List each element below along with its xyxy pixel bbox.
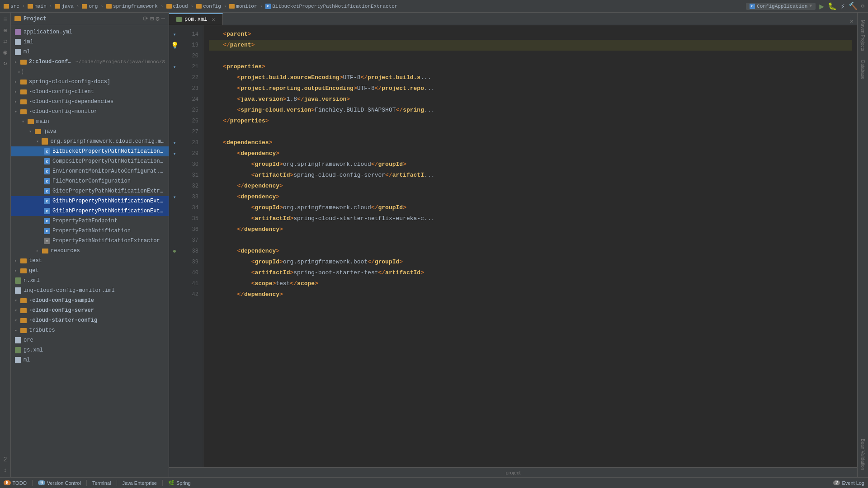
- database-panel-btn[interactable]: Database: [859, 56, 866, 83]
- build-button[interactable]: 🔨: [849, 2, 858, 11]
- tree-item-main[interactable]: ▾ main: [11, 117, 169, 127]
- tree-item-ml[interactable]: ml: [11, 47, 169, 57]
- tree-item-notification-class[interactable]: C PropertyPathNotification: [11, 226, 169, 236]
- spring-status[interactable]: 🌿 Spring: [168, 480, 191, 486]
- left-icon-4[interactable]: ◉: [0, 47, 10, 57]
- more-options-button[interactable]: ⚙: [861, 3, 864, 9]
- code-line-37: [209, 235, 852, 246]
- config-selector[interactable]: C ConfigApplication ▼: [746, 3, 816, 10]
- tree-item-file-monitor-class[interactable]: C FileMonitorConfiguration: [11, 176, 169, 186]
- code-line-20: [209, 51, 852, 61]
- main-area: ≡ ⊕ ⇄ ◉ ↻ 2 ↕ Project ⟳ ⊞ ⚙ — applicatio…: [0, 13, 868, 477]
- code-line-35: <artifactId>spring-cloud-starter-netflix…: [209, 213, 852, 224]
- tab-pom-xml[interactable]: pom.xml ✕: [169, 13, 223, 25]
- code-editor[interactable]: <parent> </parent> <properties> <project…: [203, 25, 857, 467]
- tree-item-get[interactable]: ▸ get: [11, 266, 169, 276]
- gitlab-class-icon: C: [44, 208, 50, 214]
- profile-button[interactable]: ⚡: [840, 2, 845, 11]
- event-log-status[interactable]: 2 Event Log: [833, 480, 864, 486]
- tree-item-gitlab-class[interactable]: C GitlabPropertyPathNotificationExtra...: [11, 206, 169, 216]
- left-icon-3[interactable]: ⇄: [0, 36, 10, 46]
- editor-content: ▾ 💡 ▾ ▾ ▾ ▾ ●: [169, 25, 857, 467]
- editor-tabs: pom.xml ✕ ✕: [169, 13, 857, 25]
- code-line-32: </dependency>: [209, 181, 852, 192]
- tree-item-ore[interactable]: ore: [11, 335, 169, 345]
- tree-item-gitee-class[interactable]: C GiteePropertyPathNotificationExtrac...: [11, 186, 169, 196]
- tree-item-cloud-config[interactable]: ▸ 2:cloud-config ~/code/myProjects/java/…: [11, 57, 169, 67]
- tree-item-bitbucket-class[interactable]: C BitbucketPropertyPathNotificationE...: [11, 146, 169, 156]
- tree-item-cloud-config-client[interactable]: ▸ -cloud-config-client: [11, 87, 169, 97]
- debug-button[interactable]: 🐛: [828, 2, 837, 11]
- tree-item-env-monitor-class[interactable]: C EnvironmentMonitorAutoConfigurat...: [11, 166, 169, 176]
- tree-item-composite-class[interactable]: C CompositePropertyPathNotificationE...: [11, 156, 169, 166]
- gutter-line-42: [169, 289, 180, 300]
- left-icon-1[interactable]: ≡: [0, 14, 10, 24]
- line-numbers: 14 19 20 21 22 23 24 25 26 27 28 29 30 3…: [180, 25, 203, 467]
- maven-panel-btn[interactable]: Maven Projects: [859, 16, 866, 55]
- run-button[interactable]: ▶: [819, 1, 824, 11]
- tree-item-resources[interactable]: ▸ resources: [11, 246, 169, 256]
- tree-item-test[interactable]: ▸ test: [11, 256, 169, 266]
- tree-item-cloud-starter-config[interactable]: ▾ -cloud-starter-config: [11, 315, 169, 325]
- docs-folder-icon: [20, 80, 27, 84]
- code-line-40: <artifactId>spring-boot-starter-test</ar…: [209, 267, 852, 278]
- tree-item-endpoint-class[interactable]: C PropertyPathEndpoint: [11, 216, 169, 226]
- gutter-line-36: [169, 224, 180, 235]
- tributes-folder-icon: [20, 328, 27, 333]
- breadcrumb-bar: src › main › java › org › springframewor…: [0, 0, 868, 13]
- code-line-42: </dependency>: [209, 289, 852, 300]
- monitor-folder-icon: [229, 4, 235, 9]
- bean-validation-panel-btn[interactable]: Bean Validation: [859, 435, 866, 474]
- code-line-23: <project.reporting.outputEncoding>UTF-8<…: [209, 83, 852, 94]
- tree-item-github-class[interactable]: C GithubPropertyPathNotificationExtra...: [11, 196, 169, 206]
- java-enterprise-status[interactable]: Java Enterprise: [123, 480, 157, 486]
- close-tab-btn[interactable]: ✕: [212, 16, 215, 23]
- gutter-line-28: ▾: [169, 137, 180, 148]
- left-icon-panel: ≡ ⊕ ⇄ ◉ ↻ 2 ↕: [0, 13, 11, 477]
- terminal-status[interactable]: Terminal: [92, 480, 111, 486]
- sidebar-actions: ⟳ ⊞ ⚙ —: [143, 15, 165, 23]
- todo-status[interactable]: 6 TODO: [4, 480, 27, 486]
- client-folder-icon: [20, 89, 27, 94]
- tree-item-application-yml[interactable]: application.yml: [11, 27, 169, 37]
- tree-item-java[interactable]: ▾ java: [11, 127, 169, 136]
- left-icon-bottom-1[interactable]: 2: [0, 455, 10, 465]
- run-gutter-icon[interactable]: ●: [173, 248, 176, 255]
- left-icon-bottom-2[interactable]: ↕: [0, 465, 10, 475]
- file-monitor-class-icon: C: [44, 178, 50, 184]
- tree-item-extractor-interface[interactable]: I PropertyPathNotificationExtractor: [11, 236, 169, 246]
- tree-item-expand[interactable]: ▸ ): [11, 67, 169, 77]
- version-control-status[interactable]: 9 Version Control: [38, 480, 81, 486]
- breadcrumb: src: [4, 4, 19, 9]
- close-editor-btn[interactable]: ✕: [850, 17, 854, 25]
- gutter-line-38: ●: [169, 246, 180, 257]
- tree-item-tributes[interactable]: ▸ tributes: [11, 325, 169, 335]
- sidebar-sync-btn[interactable]: ⟳: [143, 15, 148, 23]
- sidebar-expand-btn[interactable]: ⊞: [150, 15, 154, 23]
- left-icon-2[interactable]: ⊕: [0, 25, 10, 35]
- tree-item-gs-xml[interactable]: gs.xml: [11, 345, 169, 355]
- deps-folder-icon: [20, 99, 27, 104]
- sidebar-header: Project ⟳ ⊞ ⚙ —: [11, 13, 169, 25]
- gutter-line-41: [169, 278, 180, 289]
- tree-item-cloud-config-sample[interactable]: ▾ -cloud-config-sample: [11, 296, 169, 305]
- tree-item-spring-cloud-config-docs[interactable]: ▸ spring-cloud-config-docs]: [11, 77, 169, 87]
- tree-item-cloud-config-deps[interactable]: ▸ -cloud-config-dependencies: [11, 97, 169, 107]
- gutter-line-39: [169, 257, 180, 267]
- code-line-25: <spring-cloud.version>Finchley.BUILD-SNA…: [209, 105, 852, 116]
- tree-item-ml-bottom[interactable]: ml: [11, 355, 169, 365]
- class-icon: C: [265, 4, 271, 9]
- gutter-line-20: [169, 51, 180, 61]
- left-icon-5[interactable]: ↻: [0, 58, 10, 68]
- iml-icon: [15, 287, 21, 294]
- sidebar-collapse-btn[interactable]: —: [161, 15, 165, 23]
- tree-item-cloud-config-server[interactable]: ▾ -cloud-config-server: [11, 305, 169, 315]
- tree-item-package[interactable]: ▾ org.springframework.cloud.config.moni: [11, 136, 169, 146]
- tree-item-iml-file[interactable]: ing-cloud-config-monitor.iml: [11, 286, 169, 296]
- tree-item-n-xml[interactable]: n.xml: [11, 276, 169, 286]
- tree-item-cloud-config-monitor[interactable]: ▾ -cloud-config-monitor: [11, 107, 169, 117]
- status-bar: 6 TODO 9 Version Control Terminal Java E…: [0, 477, 868, 488]
- bitbucket-class-icon: C: [44, 148, 50, 155]
- sidebar-settings-btn[interactable]: ⚙: [156, 15, 159, 23]
- tree-item-iml[interactable]: iml: [11, 37, 169, 47]
